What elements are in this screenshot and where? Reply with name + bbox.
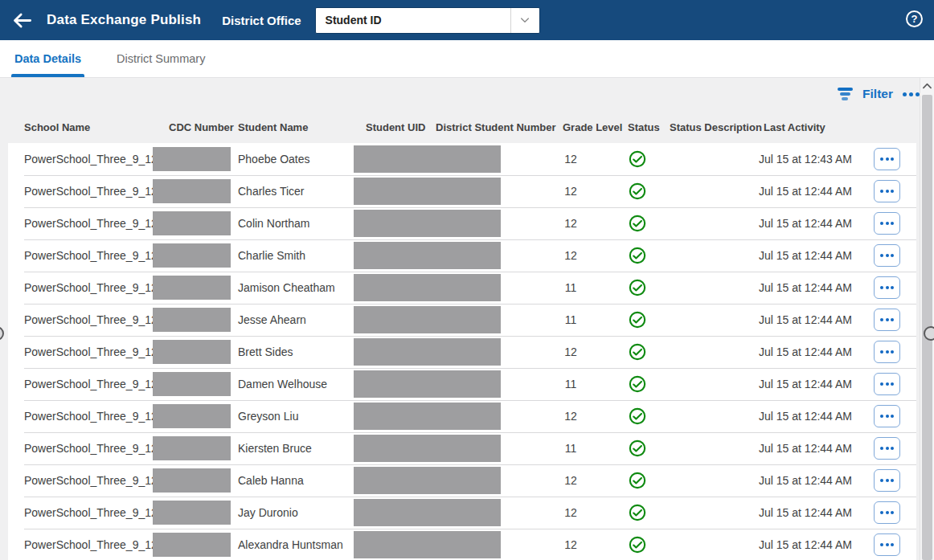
student-name-cell: Colin Northam [238,207,309,239]
student-name-cell: Damen Welhouse [238,368,327,400]
pan-right-handle-icon[interactable] [924,326,934,341]
school-name-cell: PowerSchool_Three_9_12 [24,207,158,239]
row-actions-button[interactable] [874,501,900,524]
school-name-cell: PowerSchool_Three_9_12 [24,143,158,175]
last-activity-cell: Jul 15 at 12:44 AM [759,239,852,272]
student-uid-redacted-cell [354,467,501,494]
last-activity-cell: Jul 15 at 12:44 AM [759,432,852,464]
last-activity-cell: Jul 15 at 12:44 AM [759,304,852,336]
row-actions-button[interactable] [874,533,900,556]
table-body: PowerSchool_Three_9_12 Phoebe Oates 12 J… [8,143,916,560]
school-name-cell: PowerSchool_Three_9_12 [24,336,158,368]
grade-level-cell: 11 [555,304,587,336]
table-row: PowerSchool_Three_9_12 Jesse Ahearn 11 J… [8,304,916,336]
row-actions-button[interactable] [874,437,900,460]
student-uid-redacted-cell [354,178,501,205]
back-arrow-icon[interactable] [10,8,34,32]
student-name-cell: Jay Duronio [238,497,298,529]
more-options-icon[interactable] [903,92,920,96]
status-success-check-icon [629,504,646,521]
filter-button[interactable]: Filter [862,87,893,101]
student-uid-redacted-cell [354,370,501,398]
column-header-last-activity: Last Activity [764,112,825,143]
column-header-cdc-number: CDC Number [169,112,234,143]
column-header-district-student-number: District Student Number [436,112,556,143]
table-header-row: School Name CDC Number Student Name Stud… [0,112,934,143]
cdc-number-redacted-cell [153,276,231,300]
table-row: PowerSchool_Three_9_12 Charlie Smith 12 … [8,239,916,272]
student-id-dropdown[interactable]: Student ID [315,7,540,34]
grade-level-cell: 12 [555,400,587,432]
school-name-cell: PowerSchool_Three_9_12 [24,272,158,304]
student-name-cell: Jamison Cheatham [238,272,335,304]
school-name-cell: PowerSchool_Three_9_12 [24,400,158,432]
row-actions-button[interactable] [874,405,900,427]
cdc-number-redacted-cell [153,533,231,557]
tab-district-summary[interactable]: District Summary [113,40,208,77]
table-row: PowerSchool_Three_9_12 Caleb Hanna 12 Ju… [8,464,916,497]
cdc-number-redacted-cell [153,372,231,396]
tab-label: District Summary [117,52,205,65]
help-icon[interactable]: ? [906,10,923,27]
status-success-check-icon [629,247,646,264]
filter-icon[interactable] [837,88,853,100]
scrollbar-up-arrow-icon[interactable] [920,80,934,92]
column-header-status-description: Status Description [670,112,762,143]
last-activity-cell: Jul 15 at 12:44 AM [759,400,852,432]
status-success-check-icon [629,215,646,232]
table-row: PowerSchool_Three_9_12 Colin Northam 12 … [8,207,916,239]
cdc-number-redacted-cell [153,436,231,460]
tab-label: Data Details [14,52,81,65]
last-activity-cell: Jul 15 at 12:43 AM [759,143,852,175]
student-uid-redacted-cell [354,210,501,237]
grade-level-cell: 12 [555,464,587,497]
school-name-cell: PowerSchool_Three_9_12 [24,368,158,400]
column-header-student-uid: Student UID [366,112,425,143]
student-name-cell: Brett Sides [238,336,293,368]
student-uid-redacted-cell [354,338,501,366]
row-actions-button[interactable] [874,148,900,170]
student-name-cell: Charlie Smith [238,239,305,272]
table-row: PowerSchool_Three_9_12 Kiersten Bruce 11… [8,432,916,464]
grade-level-cell: 11 [555,432,587,464]
row-actions-button[interactable] [874,212,900,235]
chevron-down-icon[interactable] [510,8,539,33]
last-activity-cell: Jul 15 at 12:44 AM [759,497,852,529]
row-actions-button[interactable] [874,309,900,331]
row-actions-button[interactable] [874,373,900,395]
school-name-cell: PowerSchool_Three_9_12 [24,304,158,336]
school-name-cell: PowerSchool_Three_9_12 [24,529,158,560]
column-header-grade-level: Grade Level [563,112,622,143]
student-uid-redacted-cell [354,499,501,526]
page-title: Data Exchange Publish [47,12,201,28]
student-name-cell: Alexandra Huntsman [238,529,343,560]
table-row: PowerSchool_Three_9_12 Jamison Cheatham … [8,272,916,304]
row-actions-button[interactable] [874,469,900,492]
grade-level-cell: 12 [555,336,587,368]
school-name-cell: PowerSchool_Three_9_12 [24,464,158,497]
status-success-check-icon [629,279,646,296]
table-toolbar: Filter [837,82,920,106]
cdc-number-redacted-cell [153,468,231,493]
status-success-check-icon [629,375,646,393]
last-activity-cell: Jul 15 at 12:44 AM [759,272,852,304]
grade-level-cell: 12 [555,239,587,272]
last-activity-cell: Jul 15 at 12:44 AM [759,336,852,368]
row-actions-button[interactable] [874,341,900,363]
status-success-check-icon [629,182,646,200]
row-actions-button[interactable] [874,276,900,299]
last-activity-cell: Jul 15 at 12:44 AM [759,529,852,560]
school-name-cell: PowerSchool_Three_9_12 [24,497,158,529]
student-uid-redacted-cell [354,531,501,558]
grade-level-cell: 12 [555,529,587,560]
status-success-check-icon [629,536,646,554]
tab-bar: Data Details District Summary [0,40,934,78]
dropdown-selected-value: Student ID [316,8,510,33]
tab-data-details[interactable]: Data Details [11,40,84,77]
table-row: PowerSchool_Three_9_12 Charles Ticer 12 … [8,175,916,207]
student-uid-redacted-cell [354,403,501,430]
vertical-scrollbar[interactable] [920,78,934,560]
row-actions-button[interactable] [874,180,900,202]
student-uid-redacted-cell [354,242,501,269]
row-actions-button[interactable] [874,244,900,267]
